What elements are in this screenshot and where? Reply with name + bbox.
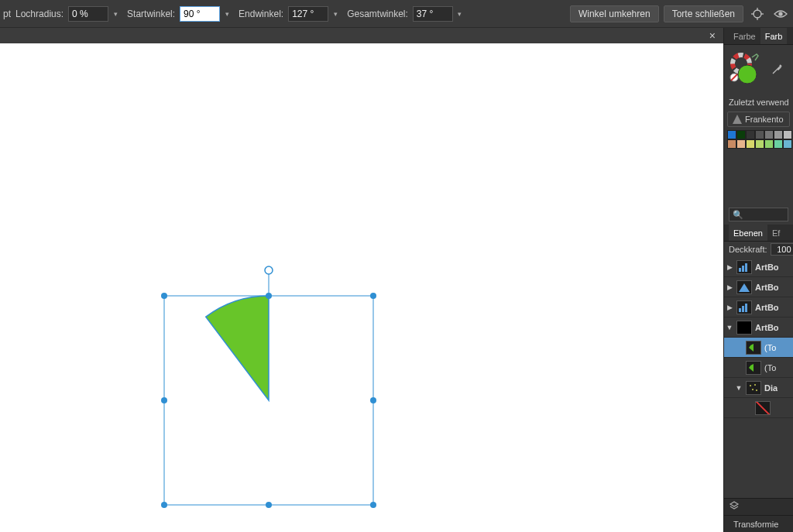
layer-thumbnail [746,341,761,355]
color-swatch[interactable] [746,130,755,139]
layer-thumbnail [736,260,752,274]
tab-farbe[interactable]: Farbe [729,28,760,44]
transform-label: Transformie [733,520,778,529]
color-swatch[interactable] [736,139,746,149]
gesamtwinkel-input[interactable] [413,6,453,22]
chevron-down-icon[interactable]: ▾ [108,6,122,22]
layers-list: ▶ArtBo▶ArtBo▶ArtBo▼ArtBo(To(To▼Dia [724,257,793,498]
svg-point-21 [756,390,757,391]
winkel-umkehren-label: Winkel umkehren [578,9,651,19]
chevron-down-icon[interactable]: ▾ [220,6,234,22]
selected-pie-shape[interactable] [133,239,404,532]
torte-schliessen-label: Torte schließen [672,9,735,19]
endwinkel-label: Endwinkel: [239,9,283,19]
color-wheel-icon[interactable] [729,53,763,87]
resize-handle[interactable] [161,502,167,508]
torte-schliessen-button[interactable]: Torte schließen [664,5,743,22]
layer-thumbnail [736,280,752,294]
layer-thumbnail [736,300,752,314]
color-swatch[interactable] [727,130,736,139]
svg-rect-11 [739,268,741,272]
lochradius-input[interactable] [68,6,108,22]
color-swatch[interactable] [774,139,783,149]
resize-handle[interactable] [266,502,272,508]
startwinkel-input[interactable] [180,6,220,22]
stack-icon[interactable] [729,500,740,513]
startwinkel-field[interactable]: ▾ [180,6,234,22]
color-swatch[interactable] [736,130,746,139]
lochradius-field[interactable]: ▾ [68,6,122,22]
gesamtwinkel-label: Gesamtwinkel: [347,9,408,19]
winkel-umkehren-button[interactable]: Winkel umkehren [570,5,659,22]
recently-used-header: Zuletzt verwend [724,94,793,110]
unit-suffix: pt [3,9,11,19]
svg-rect-13 [745,263,747,272]
pie-slice[interactable] [206,296,269,400]
gesamtwinkel-field[interactable]: ▾ [413,6,467,22]
color-swatch[interactable] [764,139,774,149]
endwinkel-input[interactable] [288,6,328,22]
color-swatch[interactable] [764,130,774,139]
layer-row[interactable]: ▶ArtBo [724,277,793,297]
resize-handle[interactable] [370,502,376,508]
svg-point-20 [752,389,754,390]
svg-point-18 [750,385,751,386]
color-swatch[interactable] [755,139,764,149]
color-swatch[interactable] [774,130,783,139]
layer-row[interactable]: ▼Dia [724,378,793,398]
crosshair-icon[interactable] [748,5,767,23]
svg-point-5 [779,12,782,15]
chevron-down-icon[interactable]: ▾ [453,6,467,22]
workspace: × Farbe Farb [0,28,793,532]
tab-transformieren[interactable]: Transformie [724,515,793,532]
resize-handle[interactable] [161,293,167,299]
disclosure-triangle-icon[interactable]: ▼ [735,384,743,392]
resize-handle[interactable] [370,397,376,403]
affinity-icon [733,115,742,124]
svg-rect-16 [742,306,744,312]
color-swatch[interactable] [783,130,792,139]
layer-row[interactable]: ▶ArtBo [724,257,793,277]
color-selector [724,45,793,94]
disclosure-triangle-icon[interactable]: ▶ [726,304,733,311]
layer-row[interactable] [724,398,793,418]
color-swatch[interactable] [783,139,792,149]
layer-thumbnail [746,361,761,375]
eyedropper-icon[interactable] [771,63,783,76]
artboard-canvas[interactable] [0,43,723,532]
tab-ef[interactable]: Ef [767,225,784,241]
endwinkel-field[interactable]: ▾ [288,6,342,22]
opacity-label: Deckkraft: [729,245,767,254]
layer-name: ArtBo [755,303,779,312]
search-input[interactable] [729,208,788,221]
disclosure-triangle-icon[interactable]: ▼ [726,324,733,331]
tab-ebenen[interactable]: Ebenen [729,225,767,241]
canvas-area[interactable]: × [0,28,723,532]
opacity-row: Deckkraft: [724,242,793,257]
opacity-input[interactable] [771,243,793,256]
layer-row[interactable]: (To [724,358,793,378]
close-icon[interactable]: × [705,29,720,42]
layer-row[interactable]: ▼ArtBo [724,317,793,338]
color-swatch[interactable] [746,139,755,149]
startwinkel-label: Startwinkel: [127,9,175,19]
svg-rect-15 [739,308,741,312]
resize-handle[interactable] [370,293,376,299]
rotation-handle[interactable] [265,266,273,274]
layer-row[interactable]: ▶ArtBo [724,297,793,317]
resize-handle[interactable] [161,397,167,403]
svg-rect-17 [745,304,747,312]
eye-icon[interactable] [771,5,790,23]
tab-farb[interactable]: Farb [760,28,788,44]
swatch-preset-select[interactable]: Frankento [727,112,790,127]
color-swatch[interactable] [755,130,764,139]
document-tabbar: × [0,28,723,43]
right-studio-panel: Farbe Farb Zuletzt ve [723,28,793,532]
layer-name: (To [764,343,776,352]
disclosure-triangle-icon[interactable]: ▶ [726,283,733,291]
color-swatch[interactable] [727,139,736,149]
lochradius-label: Lochradius: [15,9,64,19]
layer-row[interactable]: (To [724,338,793,358]
disclosure-triangle-icon[interactable]: ▶ [726,263,733,271]
chevron-down-icon[interactable]: ▾ [328,6,342,22]
